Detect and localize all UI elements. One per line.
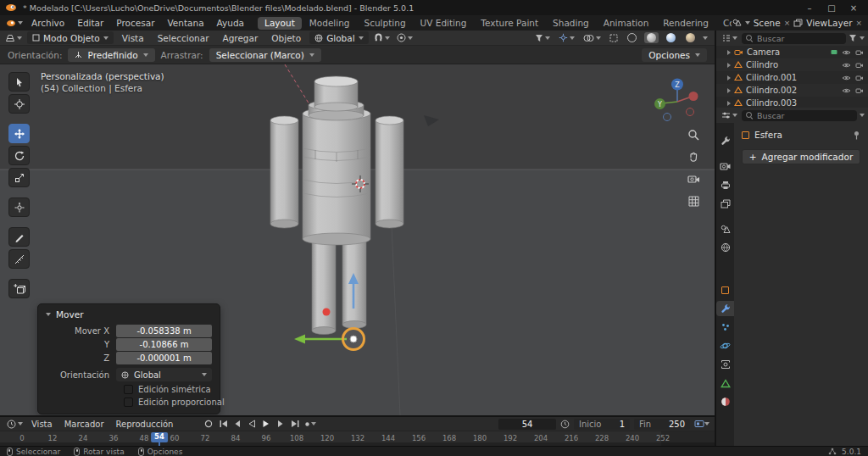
- editor-type-button[interactable]: [3, 33, 24, 42]
- tab-layout[interactable]: Layout: [258, 17, 302, 30]
- outliner-row-cilindro-002[interactable]: Cilindro.002: [716, 84, 868, 97]
- menu-editar[interactable]: Editar: [71, 17, 109, 29]
- pan-hand-icon[interactable]: [686, 149, 701, 164]
- properties-tab-particles[interactable]: [716, 320, 734, 335]
- select-box-tool[interactable]: [8, 72, 30, 92]
- shading-wireframe-button[interactable]: [625, 32, 639, 43]
- playhead-badge[interactable]: 54: [151, 432, 168, 442]
- orientation-preset-dropdown[interactable]: Predefinido: [68, 48, 154, 62]
- properties-tab-view-layer[interactable]: [716, 196, 734, 211]
- tab-sculpting[interactable]: Sculpting: [358, 17, 413, 30]
- rotate-tool[interactable]: [8, 146, 30, 165]
- proportional-edit-checkbox[interactable]: [124, 398, 133, 407]
- menu-ventana[interactable]: Ventana: [161, 17, 209, 29]
- mover-orientation-dropdown[interactable]: Global: [116, 368, 212, 381]
- move-y-field[interactable]: -0.10866 m: [116, 338, 212, 351]
- move-tool[interactable]: [8, 124, 30, 143]
- mover-panel-header[interactable]: Mover: [38, 307, 220, 324]
- scale-tool[interactable]: [8, 168, 30, 187]
- render-visibility-icon[interactable]: [855, 87, 864, 94]
- menu-seleccionar[interactable]: Seleccionar: [153, 33, 214, 43]
- expand-chevron-icon[interactable]: [727, 63, 731, 68]
- tab-uv-editing[interactable]: UV Editing: [414, 17, 474, 30]
- expand-chevron-icon[interactable]: [727, 101, 731, 106]
- tab-compositing[interactable]: Compositing: [716, 17, 732, 30]
- properties-tab-render[interactable]: [716, 158, 734, 174]
- play-button[interactable]: [259, 419, 273, 430]
- viewlayer-selector[interactable]: ViewLayer: [806, 18, 852, 28]
- filter-button[interactable]: [533, 34, 552, 42]
- outliner-editor-type-button[interactable]: [720, 34, 739, 42]
- preview-range-button[interactable]: [694, 420, 709, 428]
- options-panel-button[interactable]: Opciones: [642, 48, 707, 62]
- annotate-tool[interactable]: [8, 227, 30, 247]
- shading-rendered-button[interactable]: [683, 32, 698, 43]
- menu-archivo[interactable]: Archivo: [25, 17, 70, 29]
- outliner-options-chevron[interactable]: [860, 36, 865, 40]
- viewlayer-remove-icon[interactable]: ×: [855, 19, 862, 27]
- transform-tool[interactable]: [8, 197, 30, 217]
- frame-start-field[interactable]: Inicio 1: [574, 419, 630, 430]
- zoom-icon[interactable]: [686, 127, 701, 142]
- menu-agregar[interactable]: Agregar: [217, 33, 263, 43]
- properties-editor-type-button[interactable]: [720, 111, 739, 120]
- jump-to-end-button[interactable]: [288, 419, 302, 430]
- render-visibility-icon[interactable]: [855, 49, 864, 56]
- timeline-menu-reproduccion[interactable]: Reproducción: [111, 420, 179, 429]
- properties-tab-scene[interactable]: [716, 221, 734, 236]
- clock-icon[interactable]: [560, 420, 570, 429]
- gizmos-toggle-button[interactable]: [557, 33, 576, 42]
- keying-set-dropdown[interactable]: [303, 419, 316, 430]
- move-z-field[interactable]: -0.000001 m: [116, 352, 212, 364]
- transform-orientation-dropdown[interactable]: Global: [309, 31, 369, 44]
- overlays-toggle-button[interactable]: [581, 34, 603, 42]
- outliner-filter-icon[interactable]: [849, 34, 857, 42]
- hide-eye-icon[interactable]: [842, 62, 851, 69]
- minimize-button[interactable]: –: [800, 2, 819, 14]
- app-menu-button[interactable]: [4, 19, 25, 27]
- menu-objeto[interactable]: Objeto: [266, 33, 306, 43]
- auto-keying-toggle[interactable]: [202, 419, 215, 430]
- jump-to-start-button[interactable]: [216, 419, 230, 430]
- properties-tab-output[interactable]: [716, 177, 734, 192]
- mode-dropdown[interactable]: Modo Objeto: [27, 31, 114, 44]
- shading-solid-button[interactable]: [644, 32, 659, 43]
- timeline-menu-marcador[interactable]: Marcador: [59, 420, 109, 429]
- 3d-viewport[interactable]: Personalizada (perspectiva) (54) Collect…: [0, 64, 715, 415]
- next-keyframe-button[interactable]: [274, 419, 287, 430]
- outliner-row-cilindro-001[interactable]: Cilindro.001: [716, 71, 868, 84]
- properties-tab-physics[interactable]: [716, 338, 734, 353]
- prev-keyframe-button[interactable]: [231, 419, 244, 430]
- proportional-editing-button[interactable]: [395, 33, 415, 42]
- current-frame-field[interactable]: 54: [498, 419, 556, 430]
- symmetric-edit-checkbox[interactable]: [124, 385, 133, 394]
- tab-modeling[interactable]: Modeling: [303, 17, 357, 30]
- menu-vista[interactable]: Vista: [117, 33, 149, 43]
- snap-magnet-button[interactable]: [372, 33, 392, 42]
- render-visibility-icon[interactable]: [855, 75, 864, 81]
- properties-options-chevron[interactable]: [860, 114, 865, 117]
- properties-tab-tool[interactable]: [716, 133, 734, 148]
- properties-tab-world[interactable]: [716, 240, 734, 255]
- tab-texture-paint[interactable]: Texture Paint: [474, 17, 545, 30]
- render-visibility-icon[interactable]: [855, 62, 864, 69]
- scene-selector[interactable]: Scene: [754, 18, 781, 28]
- tab-animation[interactable]: Animation: [597, 17, 656, 30]
- outliner-row-cilindro[interactable]: Cilindro: [716, 58, 868, 71]
- properties-tab-data[interactable]: [716, 375, 734, 391]
- camera-view-icon[interactable]: [686, 171, 701, 186]
- timeline-ruler[interactable]: 0 12 24 36 48 60 72 84 96 108 120 132 14…: [0, 431, 715, 446]
- frame-end-field[interactable]: Fin 250: [634, 419, 690, 430]
- properties-search-input[interactable]: Buscar: [742, 110, 857, 121]
- scene-unlink-icon[interactable]: ×: [784, 19, 791, 27]
- timeline-editor-type-button[interactable]: [5, 420, 25, 429]
- hide-eye-icon[interactable]: [842, 49, 851, 56]
- menu-procesar[interactable]: Procesar: [110, 17, 160, 29]
- hide-eye-icon[interactable]: [842, 75, 851, 81]
- expand-chevron-icon[interactable]: [727, 75, 731, 81]
- measure-tool[interactable]: [8, 249, 30, 269]
- expand-chevron-icon[interactable]: [727, 88, 731, 93]
- outliner-row-cilindro-003[interactable]: Cilindro.003: [716, 97, 868, 108]
- timeline-menu-vista[interactable]: Vista: [26, 420, 58, 429]
- tab-shading[interactable]: Shading: [546, 17, 596, 30]
